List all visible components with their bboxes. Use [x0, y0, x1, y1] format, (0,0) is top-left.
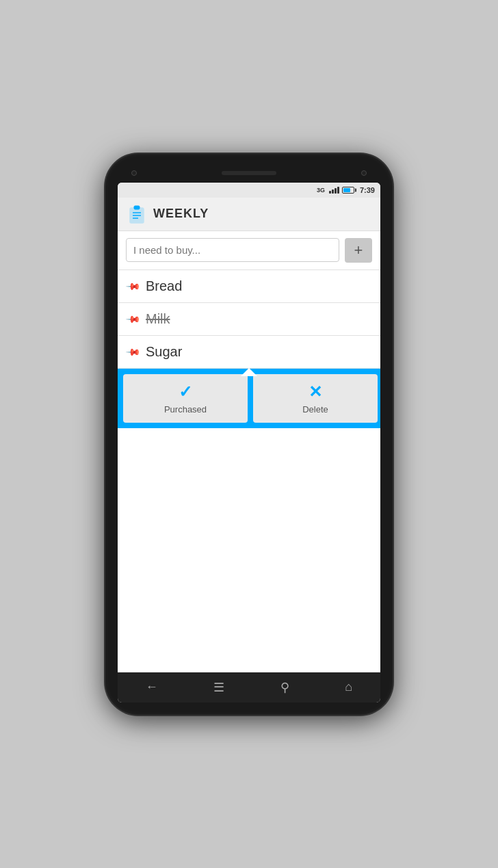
speaker-grill: [222, 171, 276, 175]
arrow-up: [241, 368, 257, 376]
pin-icon: 📌: [125, 278, 141, 293]
input-row: +: [118, 231, 380, 270]
menu-button[interactable]: ☰: [207, 677, 231, 698]
battery-indicator: [342, 187, 354, 194]
status-time: 7:39: [360, 186, 375, 194]
purchased-button[interactable]: ✓ Purchased: [123, 374, 248, 423]
front-camera: [131, 170, 137, 176]
check-icon: ✓: [179, 382, 192, 402]
app-content: + 📌 Bread 📌 Milk 📌 Sugar: [118, 231, 380, 672]
pin-icon: 📌: [125, 343, 141, 359]
buy-input[interactable]: [126, 238, 339, 262]
purchased-label: Purchased: [164, 404, 207, 415]
item-label: Sugar: [146, 344, 182, 360]
app-header: WEEKLY: [118, 198, 380, 231]
sensor-dot: [361, 170, 367, 176]
swipe-action-container: ✓ Purchased ✕ Delete: [118, 369, 380, 428]
network-indicator: 3G: [317, 187, 325, 194]
back-button[interactable]: ←: [139, 677, 165, 697]
signal-bars: [329, 187, 339, 194]
home-button[interactable]: ⌂: [338, 677, 359, 697]
delete-label: Delete: [302, 404, 328, 415]
app-title: WEEKLY: [153, 207, 209, 221]
cross-icon: ✕: [309, 382, 322, 402]
list-item[interactable]: 📌 Sugar: [118, 336, 380, 369]
phone-top-sensors: [118, 166, 380, 180]
add-button[interactable]: +: [345, 238, 372, 263]
list-item[interactable]: 📌 Bread: [118, 270, 380, 303]
shopping-list: 📌 Bread 📌 Milk 📌 Sugar: [118, 270, 380, 672]
clipboard-icon: [127, 205, 146, 224]
delete-button[interactable]: ✕ Delete: [253, 374, 378, 423]
item-label: Milk: [146, 311, 170, 327]
item-label: Bread: [146, 278, 182, 294]
phone-device: 3G 7:39 WEEK: [105, 154, 393, 715]
action-buttons-bar: ✓ Purchased ✕ Delete: [118, 369, 380, 428]
status-bar: 3G 7:39: [118, 183, 380, 198]
bottom-navigation: ← ☰ ⚲ ⌂: [118, 672, 380, 702]
phone-screen: 3G 7:39 WEEK: [118, 183, 380, 702]
pin-icon: 📌: [125, 311, 141, 326]
svg-rect-1: [134, 206, 140, 209]
search-button[interactable]: ⚲: [274, 677, 296, 698]
list-item[interactable]: 📌 Milk: [118, 303, 380, 336]
